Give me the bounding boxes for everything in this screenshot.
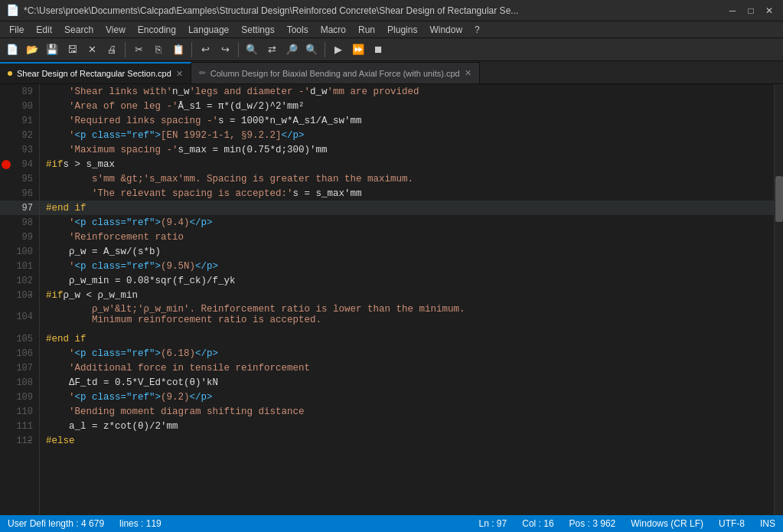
line-number-106: 106 (0, 346, 39, 361)
close-file-button[interactable]: ✕ (83, 41, 101, 59)
code-line-111: a_l = z*cot(θ)/2'mm (40, 419, 774, 433)
new-button[interactable]: 📄 (3, 41, 21, 59)
zoom-in-button[interactable]: 🔎 (282, 41, 301, 59)
code-line-101: '<p class="ref">(9.5N)</p> (40, 259, 774, 273)
line-number-90: 90 (0, 99, 39, 113)
redo-button[interactable]: ↪ (216, 41, 234, 59)
code-line-91: 'Required links spacing -'s = 1000*n_w*A… (40, 113, 774, 128)
tab-bar: Shear Design of Rectangular Section.cpd … (0, 61, 783, 84)
stop-button[interactable]: ⏹ (369, 41, 387, 59)
line-number-111: 111 (0, 419, 39, 433)
copy-button[interactable]: ⎘ (149, 41, 168, 59)
vertical-scrollbar[interactable] (774, 84, 783, 515)
toolbar: 📄 📂 💾 🖫 ✕ 🖨 ✂ ⎘ 📋 ↩ ↪ 🔍 ⇄ 🔎 🔍 ▶ ⏩ ⏹ (0, 38, 783, 61)
line-number-99: 99 (0, 230, 39, 244)
status-mode: INS (760, 518, 775, 529)
minimize-button[interactable]: ─ (725, 4, 740, 18)
menu-item-encoding[interactable]: Encoding (132, 21, 182, 38)
code-line-95: s'mm &gt;'s_max'mm. Spacing is greater t… (40, 171, 774, 186)
run-button[interactable]: ▶ (329, 41, 347, 59)
code-line-107: 'Additional force in tensile reinforceme… (40, 361, 774, 375)
menu-item-search[interactable]: Search (58, 21, 100, 38)
code-line-109: '<p class="ref">(9.2)</p> (40, 390, 774, 404)
find-button[interactable]: 🔍 (243, 41, 261, 59)
status-lines: lines : 119 (119, 518, 161, 529)
line-number-gutter: 8990919293949596979899100101102─10310410… (0, 84, 40, 515)
zoom-out-button[interactable]: 🔍 (302, 41, 321, 59)
code-line-103: #if ρ_w < ρ_w_min (40, 288, 774, 302)
cut-button[interactable]: ✂ (129, 41, 148, 59)
line-number-103: ─103 (0, 288, 39, 302)
toolbar-sep-1 (125, 42, 126, 57)
line-number-92: 92 (0, 128, 39, 142)
line-number-112: ─112 (0, 433, 39, 448)
menu-item-file[interactable]: File (3, 21, 30, 38)
code-line-106: '<p class="ref">(6.18)</p> (40, 346, 774, 361)
line-number-98: 98 (0, 215, 39, 230)
menu-item-view[interactable]: View (100, 21, 132, 38)
save-as-button[interactable]: 🖫 (63, 41, 81, 59)
menu-item-language[interactable]: Language (182, 21, 235, 38)
close-button[interactable]: ✕ (762, 4, 777, 18)
status-bar: User Defi length : 4 679 lines : 119 Ln … (0, 515, 783, 532)
line-number-95: 95 (0, 171, 39, 186)
menu-item-window[interactable]: Window (423, 21, 468, 38)
code-line-98: '<p class="ref">(9.4)</p> (40, 215, 774, 230)
line-number-108: 108 (0, 375, 39, 390)
code-line-90: 'Area of one leg -'Ā_s1 = π*(d_w/2)^2'mm… (40, 99, 774, 113)
tab-shear-design[interactable]: Shear Design of Rectangular Section.cpd … (0, 62, 191, 83)
code-line-93: 'Maximum spacing -'s_max = min(0.75*d;30… (40, 142, 774, 157)
code-line-96: 'The relevant spacing is accepted:'s = s… (40, 186, 774, 201)
tab-label-1: Shear Design of Rectangular Section.cpd (17, 69, 171, 78)
code-editor[interactable]: 'Shear links with'n_w'legs and diameter … (40, 84, 774, 515)
menu-item-plugins[interactable]: Plugins (381, 21, 423, 38)
line-number-104: 104 (0, 302, 39, 331)
menu-item-macro[interactable]: Macro (315, 21, 352, 38)
tab-label-2: Column Design for Biaxial Bending and Ax… (210, 69, 460, 78)
line-number-102: 102 (0, 273, 39, 288)
code-line-89: 'Shear links with'n_w'legs and diameter … (40, 84, 774, 99)
line-number-93: 93 (0, 142, 39, 157)
line-number-110: 110 (0, 404, 39, 419)
code-line-108: ΔF_td = 0.5*V_Ed*cot(θ)'kN (40, 375, 774, 390)
paste-button[interactable]: 📋 (169, 41, 188, 59)
fold-marker[interactable]: ─ (28, 437, 31, 445)
window-controls: ─ □ ✕ (725, 4, 777, 18)
status-col: Col : 16 (522, 518, 553, 529)
status-encoding: UTF-8 (719, 518, 745, 529)
maximize-button[interactable]: □ (743, 4, 759, 18)
menu-item-?[interactable]: ? (468, 21, 486, 38)
menu-item-run[interactable]: Run (352, 21, 381, 38)
print-button[interactable]: 🖨 (103, 41, 121, 59)
editor-area: 8990919293949596979899100101102─10310410… (0, 84, 783, 515)
code-line-105: #end if (40, 331, 774, 346)
save-button[interactable]: 💾 (43, 41, 61, 59)
line-number-109: 109 (0, 390, 39, 404)
replace-button[interactable]: ⇄ (263, 41, 281, 59)
menu-bar: FileEditSearchViewEncodingLanguageSettin… (0, 21, 783, 38)
breakpoint-indicator[interactable] (2, 160, 11, 169)
window-title: *C:\Users\proek\Documents\Calcpad\Exampl… (24, 5, 725, 16)
open-button[interactable]: 📂 (23, 41, 41, 59)
toolbar-sep-2 (191, 42, 192, 57)
code-line-102: ρ_w_min = 0.08*sqr(f_ck)/f_yk (40, 273, 774, 288)
scroll-thumb[interactable] (775, 176, 783, 222)
run-fast-button[interactable]: ⏩ (349, 41, 367, 59)
code-line-97: #end if (40, 201, 774, 215)
menu-item-tools[interactable]: Tools (281, 21, 315, 38)
status-pos: Pos : 3 962 (569, 518, 616, 529)
toolbar-sep-4 (325, 42, 325, 57)
tab-close-2[interactable]: ✕ (465, 68, 471, 78)
code-line-99: 'Reinforcement ratio (40, 230, 774, 244)
fold-marker[interactable]: ─ (28, 292, 31, 299)
menu-item-settings[interactable]: Settings (235, 21, 280, 38)
title-bar: 📄 *C:\Users\proek\Documents\Calcpad\Exam… (0, 0, 783, 21)
tab-modified-indicator (8, 71, 12, 76)
undo-button[interactable]: ↩ (196, 41, 214, 59)
code-line-100: ρ_w = A_sw/(s*b) (40, 244, 774, 259)
menu-item-edit[interactable]: Edit (30, 21, 58, 38)
code-line-110: 'Bending moment diagram shifting distanc… (40, 404, 774, 419)
tab-column-design[interactable]: ✏ Column Design for Biaxial Bending and … (191, 62, 480, 83)
toolbar-sep-3 (238, 42, 239, 57)
tab-close-1[interactable]: ✕ (176, 69, 183, 79)
